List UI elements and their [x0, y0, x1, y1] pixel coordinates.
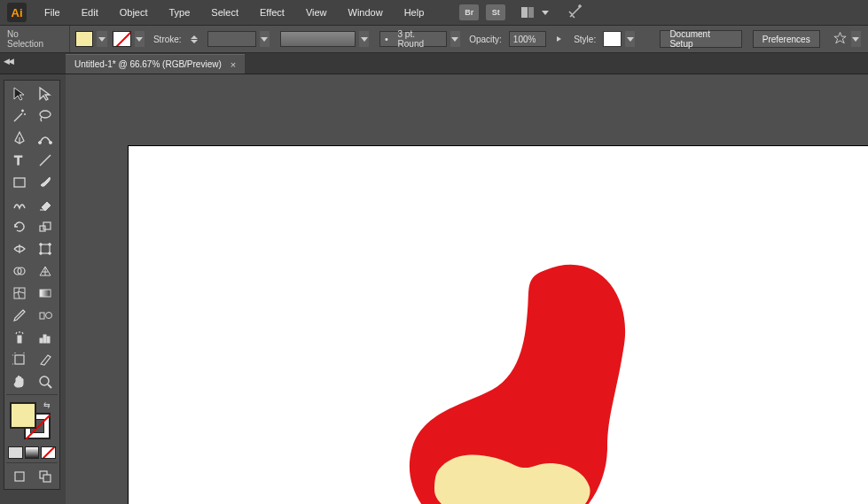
- align-selection-icon[interactable]: [833, 31, 848, 47]
- document-setup-button[interactable]: Document Setup: [660, 30, 741, 48]
- preferences-button[interactable]: Preferences: [753, 30, 820, 48]
- shape-builder-tool[interactable]: [6, 260, 32, 282]
- svg-text:T: T: [14, 152, 22, 167]
- variable-width-dropdown[interactable]: [359, 31, 369, 47]
- svg-point-10: [39, 243, 42, 245]
- document-tabs: Untitled-1* @ 66.67% (RGB/Preview) ×: [0, 53, 868, 74]
- style-dropdown[interactable]: [625, 31, 635, 47]
- curvature-tool[interactable]: [32, 127, 58, 149]
- svg-point-1: [38, 141, 41, 143]
- svg-rect-20: [18, 336, 21, 343]
- menu-select[interactable]: Select: [202, 4, 247, 21]
- line-tool[interactable]: [32, 149, 58, 171]
- brush-definition[interactable]: • 3 pt. Round: [379, 31, 446, 47]
- svg-rect-24: [15, 355, 24, 364]
- stroke-weight-input[interactable]: [207, 31, 256, 47]
- stroke-weight-stepper[interactable]: [189, 31, 200, 47]
- bridge-icon[interactable]: Br: [459, 4, 479, 20]
- magic-wand-tool[interactable]: [6, 105, 32, 127]
- draw-normal-mode[interactable]: [6, 465, 32, 487]
- svg-line-26: [48, 384, 51, 388]
- opacity-input[interactable]: 100%: [509, 31, 546, 47]
- brush-name: 3 pt. Round: [393, 29, 446, 49]
- svg-rect-21: [40, 338, 43, 343]
- svg-rect-5: [14, 178, 25, 187]
- svg-rect-17: [40, 290, 51, 297]
- svg-rect-6: [40, 226, 45, 231]
- draw-behind-mode[interactable]: [32, 465, 58, 487]
- symbol-sprayer-tool[interactable]: [6, 326, 32, 348]
- gpu-icon[interactable]: [567, 4, 589, 20]
- svg-point-25: [40, 376, 49, 385]
- hand-tool[interactable]: [6, 370, 32, 392]
- slice-tool[interactable]: [32, 348, 58, 370]
- swap-fill-stroke-icon[interactable]: ⇆: [43, 400, 51, 409]
- menu-object[interactable]: Object: [111, 4, 157, 21]
- document-tab[interactable]: Untitled-1* @ 66.67% (RGB/Preview) ×: [66, 54, 245, 74]
- free-transform-tool[interactable]: [32, 237, 58, 260]
- rotate-tool[interactable]: [6, 215, 32, 237]
- panel-collapse-icon[interactable]: ◀◀: [4, 57, 12, 66]
- svg-rect-18: [40, 313, 44, 319]
- stroke-swatch[interactable]: [113, 31, 131, 47]
- app-logo: Ai: [7, 3, 27, 22]
- svg-point-11: [48, 243, 51, 245]
- align-dropdown[interactable]: [851, 31, 861, 47]
- fill-color-box[interactable]: [10, 402, 36, 429]
- artboard[interactable]: [128, 145, 868, 504]
- gradient-tool[interactable]: [32, 282, 58, 304]
- column-graph-tool[interactable]: [32, 326, 58, 348]
- scale-tool[interactable]: [32, 215, 58, 237]
- variable-width-profile[interactable]: [280, 31, 356, 47]
- artboard-tool[interactable]: [6, 348, 32, 370]
- fill-swatch[interactable]: [75, 31, 94, 47]
- menu-help[interactable]: Help: [395, 4, 434, 21]
- width-tool[interactable]: [6, 237, 32, 260]
- color-mode-none[interactable]: [41, 446, 56, 459]
- svg-line-4: [40, 155, 51, 166]
- perspective-tool[interactable]: [32, 260, 58, 282]
- menu-effect[interactable]: Effect: [251, 4, 293, 21]
- opacity-label: Opacity:: [469, 35, 502, 44]
- canvas-area[interactable]: [66, 74, 868, 504]
- menu-type[interactable]: Type: [160, 4, 199, 21]
- tab-close-icon[interactable]: ×: [231, 59, 236, 70]
- rectangle-tool[interactable]: [6, 171, 32, 193]
- blend-tool[interactable]: [32, 304, 58, 326]
- menu-file[interactable]: File: [35, 4, 69, 21]
- svg-rect-27: [15, 472, 24, 481]
- svg-point-12: [39, 252, 42, 254]
- pen-tool[interactable]: [6, 127, 32, 149]
- eyedropper-tool[interactable]: [6, 304, 32, 326]
- shaper-tool[interactable]: [6, 193, 32, 215]
- svg-rect-9: [41, 244, 50, 253]
- svg-rect-16: [14, 288, 25, 299]
- tools-panel: T ⇆: [4, 80, 60, 490]
- arrange-dropdown[interactable]: [541, 8, 550, 17]
- fill-dropdown[interactable]: [97, 31, 106, 47]
- lasso-tool[interactable]: [32, 105, 58, 127]
- graphic-style-swatch[interactable]: [603, 31, 622, 47]
- color-mode-gradient[interactable]: [25, 446, 40, 459]
- type-tool[interactable]: T: [6, 149, 32, 171]
- eraser-tool[interactable]: [32, 193, 58, 215]
- arrange-docs-icon[interactable]: [521, 7, 534, 18]
- fill-stroke-control[interactable]: ⇆: [6, 400, 58, 443]
- menu-edit[interactable]: Edit: [73, 4, 107, 21]
- brush-dropdown[interactable]: [450, 31, 460, 47]
- mesh-tool[interactable]: [6, 282, 32, 304]
- menu-window[interactable]: Window: [340, 4, 392, 21]
- zoom-tool[interactable]: [32, 370, 58, 392]
- stroke-label: Stroke:: [153, 35, 182, 44]
- menu-view[interactable]: View: [297, 4, 336, 21]
- options-bar: No Selection Stroke: • 3 pt. Round Opaci…: [0, 25, 868, 53]
- stock-icon[interactable]: St: [486, 4, 505, 20]
- direct-selection-tool[interactable]: [32, 82, 58, 105]
- stroke-weight-dropdown[interactable]: [260, 31, 270, 47]
- stroke-dropdown[interactable]: [135, 31, 145, 47]
- paintbrush-tool[interactable]: [32, 171, 58, 193]
- opacity-dropdown[interactable]: [553, 31, 565, 47]
- artwork: [129, 146, 868, 504]
- color-mode-solid[interactable]: [8, 446, 23, 459]
- selection-tool[interactable]: [6, 82, 32, 105]
